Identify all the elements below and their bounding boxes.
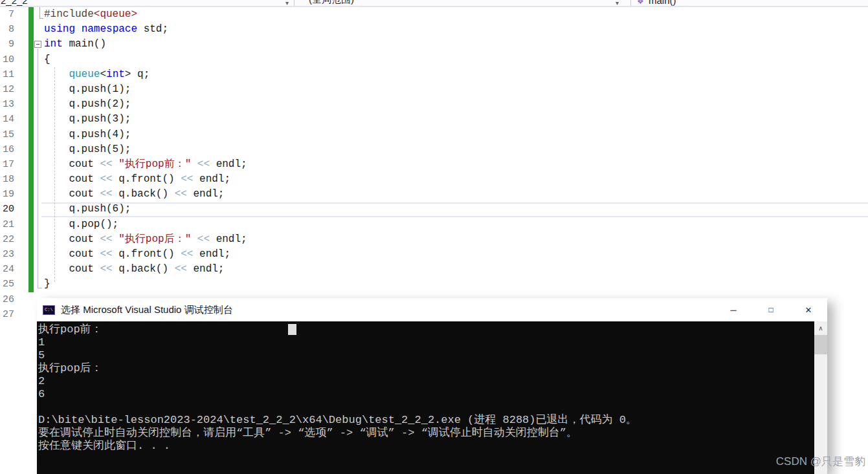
navigation-bar: 2_2_2 ▾ (全局范围) ▾ ❖ main() bbox=[0, 0, 868, 7]
code-line[interactable]: q.push(4); bbox=[44, 127, 868, 142]
code-line[interactable]: q.push(6); bbox=[44, 202, 868, 217]
code-line[interactable]: q.push(1); bbox=[44, 82, 868, 97]
code-line[interactable]: q.push(2); bbox=[44, 97, 868, 112]
line-number: 18 bbox=[0, 172, 14, 187]
line-number: 19 bbox=[0, 187, 14, 202]
code-line[interactable]: cout << "执行pop后：" << endl; bbox=[44, 232, 868, 247]
line-number: 15 bbox=[0, 127, 14, 142]
scrollbar-thumb[interactable] bbox=[814, 335, 827, 354]
console-line: 执行pop后： bbox=[38, 362, 814, 375]
console-title-bar[interactable]: C:\ 选择 Microsoft Visual Studio 调试控制台 ─ □… bbox=[37, 298, 827, 321]
console-line: 1 bbox=[38, 336, 814, 349]
minimize-button[interactable]: ─ bbox=[715, 298, 752, 321]
close-icon: ✕ bbox=[805, 305, 812, 315]
line-number: 25 bbox=[0, 277, 14, 292]
minimize-icon: ─ bbox=[730, 305, 736, 315]
line-number: 9 bbox=[0, 37, 14, 52]
console-line: 按任意键关闭此窗口. . . bbox=[38, 440, 814, 453]
code-line[interactable]: cout << q.front() << endl; bbox=[44, 172, 868, 187]
code-line[interactable]: { bbox=[44, 52, 868, 67]
scope-dropdown-label: (全局范围) bbox=[309, 0, 354, 6]
code-line[interactable]: cout << "执行pop前：" << endl; bbox=[44, 157, 868, 172]
line-number: 8 bbox=[0, 22, 14, 37]
member-dropdown-label: main() bbox=[649, 0, 676, 6]
line-number: 16 bbox=[0, 142, 14, 157]
console-line: 要在调试停止时自动关闭控制台，请启用“工具” -> “选项” -> “调试” -… bbox=[38, 427, 814, 440]
console-line: 执行pop前： bbox=[38, 323, 814, 336]
console-scrollbar[interactable]: ∧ bbox=[814, 321, 827, 474]
console-output[interactable]: 执行pop前：15执行pop后：26D:\bite\bite-lesson202… bbox=[37, 321, 814, 474]
code-lines[interactable]: #include<queue>using namespace std;int m… bbox=[44, 7, 868, 322]
change-tracking-bar bbox=[28, 7, 34, 292]
line-number: 7 bbox=[0, 7, 14, 22]
line-number-gutter: 789101112131415161718192021222324252627 bbox=[0, 7, 14, 322]
project-dropdown[interactable]: 2_2_2 ▾ bbox=[0, 0, 295, 7]
method-icon: ❖ bbox=[637, 0, 644, 6]
line-number: 26 bbox=[0, 292, 14, 307]
code-line[interactable]: q.push(3); bbox=[44, 112, 868, 127]
outline-margin-line bbox=[39, 7, 40, 18]
chevron-down-icon: ▾ bbox=[285, 0, 289, 6]
console-line: 6 bbox=[38, 388, 814, 401]
vs-editor-window: 2_2_2 ▾ (全局范围) ▾ ❖ main() 78910111213141… bbox=[0, 0, 868, 474]
scroll-up-arrow-icon[interactable]: ∧ bbox=[814, 321, 827, 334]
line-number: 22 bbox=[0, 232, 14, 247]
line-number: 13 bbox=[0, 97, 14, 112]
outline-margin-tick bbox=[39, 18, 43, 19]
line-number: 23 bbox=[0, 247, 14, 262]
line-number: 17 bbox=[0, 157, 14, 172]
code-line[interactable]: q.pop(); bbox=[44, 217, 868, 232]
line-number: 12 bbox=[0, 82, 14, 97]
chevron-down-icon: ▾ bbox=[616, 0, 619, 6]
line-number: 20 bbox=[0, 202, 14, 217]
line-number: 27 bbox=[0, 307, 14, 322]
code-line[interactable]: #include<queue> bbox=[44, 7, 868, 22]
minus-icon bbox=[36, 44, 39, 45]
collapse-region-button[interactable] bbox=[34, 41, 41, 48]
console-line bbox=[38, 401, 814, 414]
code-line[interactable]: q.push(5); bbox=[44, 142, 868, 157]
line-number: 21 bbox=[0, 217, 14, 232]
code-line[interactable]: cout << q.back() << endl; bbox=[44, 262, 868, 277]
maximize-icon: □ bbox=[768, 305, 773, 314]
console-window-title: 选择 Microsoft Visual Studio 调试控制台 bbox=[61, 304, 233, 316]
debug-console-window: C:\ 选择 Microsoft Visual Studio 调试控制台 ─ □… bbox=[37, 298, 827, 474]
code-line[interactable]: cout << q.back() << endl; bbox=[44, 187, 868, 202]
csdn-watermark: CSDN @只是雪豹 bbox=[776, 454, 865, 469]
maximize-button[interactable]: □ bbox=[752, 298, 790, 321]
code-line[interactable]: } bbox=[44, 277, 868, 292]
outline-margin-line bbox=[38, 48, 38, 288]
console-line: 2 bbox=[38, 375, 814, 388]
line-number: 24 bbox=[0, 262, 14, 277]
outline-margin-tick bbox=[38, 288, 42, 288]
project-dropdown-label: 2_2_2 bbox=[1, 0, 28, 6]
console-app-icon: C:\ bbox=[43, 305, 55, 315]
console-line: 5 bbox=[38, 349, 814, 362]
window-controls: ─ □ ✕ bbox=[715, 298, 827, 321]
line-number: 14 bbox=[0, 112, 14, 127]
code-line[interactable]: cout << q.front() << endl; bbox=[44, 247, 868, 262]
console-selection-cursor bbox=[288, 324, 296, 335]
close-button[interactable]: ✕ bbox=[790, 298, 827, 321]
console-line: D:\bite\bite-lesson2023-2024\test_2_2_2\… bbox=[38, 414, 814, 427]
member-dropdown[interactable]: ❖ main() bbox=[631, 0, 868, 7]
code-line[interactable]: using namespace std; bbox=[44, 22, 868, 37]
code-line[interactable]: queue<int> q; bbox=[44, 67, 868, 82]
code-line[interactable]: int main() bbox=[44, 37, 868, 52]
line-number: 11 bbox=[0, 67, 14, 82]
line-number: 10 bbox=[0, 52, 14, 67]
scope-dropdown[interactable]: (全局范围) ▾ bbox=[295, 0, 631, 7]
